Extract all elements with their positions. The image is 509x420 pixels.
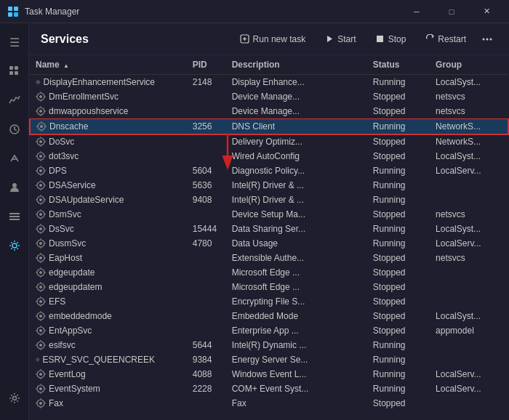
- cell-status: Stopped: [367, 149, 430, 163]
- col-header-pid[interactable]: PID: [187, 55, 226, 75]
- cell-name: edgeupdatem: [30, 280, 161, 294]
- cell-group: LocalServ...: [430, 367, 508, 381]
- sidebar-item-users[interactable]: [1, 174, 28, 201]
- table-row[interactable]: dot3svcWired AutoConfigStoppedLocalSyst.…: [30, 149, 508, 163]
- cell-name: ESRV_SVC_QUEENCREEK: [30, 352, 161, 367]
- cell-description: Intel(R) Driver & ...: [226, 178, 367, 193]
- table-row[interactable]: EapHostExtensible Authe...Stoppednetsvcs: [30, 251, 508, 265]
- service-name: embeddedmode: [49, 311, 112, 321]
- col-header-description[interactable]: Description: [226, 55, 367, 75]
- svg-rect-1: [14, 7, 18, 11]
- maximize-button[interactable]: □: [435, 0, 468, 23]
- svg-point-27: [37, 81, 39, 83]
- svg-point-123: [39, 315, 42, 318]
- start-button[interactable]: Start: [316, 30, 364, 49]
- start-label: Start: [337, 34, 356, 44]
- sidebar-item-menu[interactable]: ☰: [1, 29, 28, 55]
- svg-point-63: [39, 169, 42, 172]
- table-row[interactable]: edgeupdatemMicrosoft Edge ...Stopped: [30, 280, 508, 294]
- svg-point-135: [39, 344, 42, 347]
- cell-pid: [187, 309, 226, 323]
- table-row[interactable]: DsSvc15444Data Sharing Ser...RunningLoca…: [30, 222, 508, 236]
- sidebar-item-services[interactable]: [1, 233, 28, 259]
- cell-pid: 2148: [187, 75, 226, 90]
- col-header-name[interactable]: Name ▲: [30, 55, 187, 75]
- svg-point-87: [39, 227, 42, 230]
- cell-description: Display Enhance...: [226, 75, 367, 90]
- table-row[interactable]: EventLog4088Windows Event L...RunningLoc…: [30, 367, 508, 381]
- stop-button[interactable]: Stop: [367, 30, 414, 49]
- table-row[interactable]: DPS5604Diagnostic Policy...RunningLocalS…: [30, 163, 508, 178]
- svg-point-15: [12, 397, 16, 400]
- table-row[interactable]: FaxFaxStopped: [30, 396, 508, 411]
- cell-description: Intel(R) Dynamic ...: [226, 338, 367, 352]
- service-name: edgeupdatem: [49, 282, 102, 292]
- table-row[interactable]: dmwappoushserviceDevice Manage...Stopped…: [30, 104, 508, 119]
- sidebar-item-processes[interactable]: [1, 58, 28, 84]
- service-name: EventSystem: [49, 384, 100, 394]
- cell-name: DsmSvc: [30, 207, 161, 222]
- sidebar-item-history[interactable]: [1, 116, 28, 142]
- table-row[interactable]: DoSvcDelivery Optimiz...StoppedNetworkS.…: [30, 134, 508, 150]
- table-row[interactable]: edgeupdateMicrosoft Edge ...Stopped: [30, 265, 508, 280]
- table-row[interactable]: EFSEncrypting File S...Stopped: [30, 294, 508, 309]
- table-row[interactable]: DsmSvcDevice Setup Ma...Stoppednetsvcs: [30, 207, 508, 222]
- sidebar-item-startup[interactable]: [1, 145, 28, 171]
- service-name: DoSvc: [49, 137, 74, 147]
- col-header-group[interactable]: Group: [430, 55, 508, 75]
- start-icon: [324, 34, 334, 44]
- cell-description: Microsoft Edge ...: [226, 265, 367, 280]
- services-table-container[interactable]: Name ▲ PID Description Sta: [29, 55, 509, 420]
- table-row[interactable]: esifsvc5644Intel(R) Dynamic ...Running: [30, 338, 508, 352]
- cell-group: [430, 178, 508, 193]
- table-row[interactable]: EntAppSvcEnterprise App ...Stoppedappmod…: [30, 323, 508, 338]
- window-title: Task Manager: [25, 7, 79, 17]
- table-row[interactable]: DmEnrollmentSvcDevice Manage...Stoppedne…: [30, 89, 508, 104]
- table-row[interactable]: DusmSvc4780Data UsageRunningLocalServ...: [30, 236, 508, 251]
- table-row[interactable]: DSAService5636Intel(R) Driver & ...Runni…: [30, 178, 508, 193]
- cell-group: [430, 294, 508, 309]
- services-toolbar: Services Run new task Start: [29, 23, 509, 55]
- more-button[interactable]: [477, 29, 497, 49]
- svg-point-147: [39, 373, 42, 376]
- service-icon: [36, 137, 46, 147]
- run-new-task-button[interactable]: Run new task: [232, 30, 314, 49]
- table-row[interactable]: Dnscache3256DNS ClientRunningNetworkS...: [30, 119, 508, 134]
- svg-point-45: [40, 125, 43, 128]
- table-row[interactable]: DSAUpdateService9408Intel(R) Driver & ..…: [30, 193, 508, 207]
- sidebar-item-settings[interactable]: [1, 385, 28, 411]
- cell-description: Embedded Mode: [226, 309, 367, 323]
- cell-group: LocalServ...: [430, 236, 508, 251]
- cell-status: Stopped: [367, 89, 430, 104]
- table-row[interactable]: ESRV_SVC_QUEENCREEK9384Energy Server Se.…: [30, 352, 508, 367]
- svg-point-69: [39, 184, 42, 187]
- minimize-button[interactable]: ─: [400, 0, 433, 23]
- sidebar-item-details[interactable]: [1, 203, 28, 230]
- table-row[interactable]: DisplayEnhancementService2148Display Enh…: [30, 75, 508, 90]
- svg-point-129: [39, 329, 42, 332]
- close-button[interactable]: ✕: [470, 0, 503, 23]
- service-name: DPS: [49, 166, 67, 176]
- cell-pid: [187, 294, 226, 309]
- service-icon: [36, 238, 46, 249]
- svg-point-23: [490, 38, 492, 40]
- cell-group: NetworkS...: [430, 119, 508, 134]
- cell-status: Running: [367, 163, 430, 178]
- cell-status: Stopped: [367, 280, 430, 294]
- service-name: DisplayEnhancementService: [44, 77, 155, 87]
- sort-arrow-name: ▲: [63, 62, 69, 69]
- service-icon: [36, 384, 46, 394]
- svg-rect-12: [9, 216, 20, 217]
- cell-pid: 15444: [187, 222, 226, 236]
- sidebar-item-performance[interactable]: [1, 87, 28, 113]
- cell-name: DoSvc: [30, 134, 161, 149]
- table-row[interactable]: embeddedmodeEmbedded ModeStoppedLocalSys…: [30, 309, 508, 323]
- cell-pid: [187, 251, 226, 265]
- service-icon: [36, 398, 46, 408]
- cell-name: DmEnrollmentSvc: [30, 89, 161, 104]
- svg-rect-11: [9, 213, 20, 214]
- service-name: edgeupdate: [49, 267, 95, 278]
- col-header-status[interactable]: Status: [367, 55, 430, 75]
- table-row[interactable]: EventSystem2228COM+ Event Syst...Running…: [30, 381, 508, 396]
- restart-button[interactable]: Restart: [417, 30, 474, 49]
